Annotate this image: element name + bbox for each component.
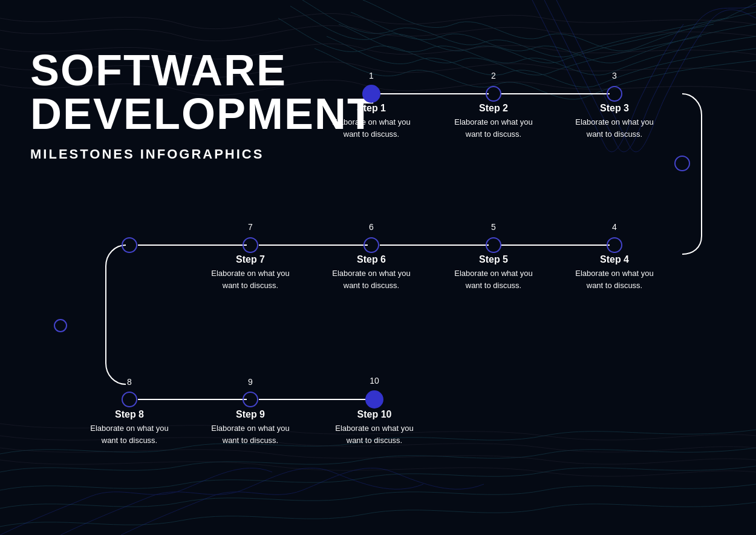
- svg-text:6: 6: [369, 222, 374, 232]
- svg-text:1: 1: [369, 71, 374, 80]
- svg-point-11: [607, 87, 622, 101]
- svg-text:2: 2: [491, 71, 496, 80]
- svg-point-19: [243, 392, 258, 407]
- svg-point-12: [675, 156, 689, 171]
- svg-point-10: [486, 87, 501, 101]
- svg-text:3: 3: [612, 71, 617, 80]
- svg-text:9: 9: [248, 377, 253, 387]
- svg-text:10: 10: [370, 376, 379, 386]
- svg-point-6: [54, 320, 67, 332]
- svg-point-14: [486, 238, 501, 252]
- svg-text:7: 7: [248, 222, 253, 232]
- svg-text:4: 4: [612, 222, 617, 232]
- svg-point-15: [364, 238, 379, 252]
- svg-point-17: [122, 238, 137, 252]
- svg-text:8: 8: [127, 377, 132, 387]
- svg-point-18: [122, 392, 137, 407]
- svg-text:5: 5: [491, 222, 496, 232]
- svg-point-16: [243, 238, 258, 252]
- svg-point-20: [366, 391, 383, 408]
- svg-point-9: [363, 85, 380, 102]
- svg-point-13: [607, 238, 622, 252]
